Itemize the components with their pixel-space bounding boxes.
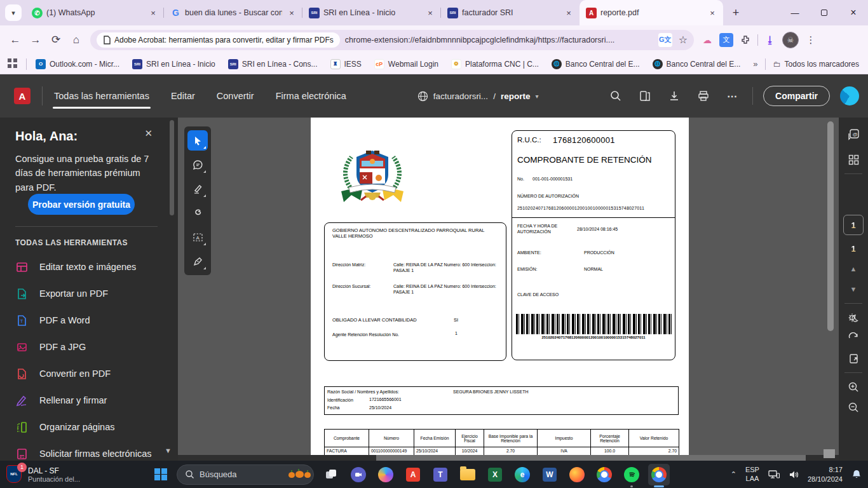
bookmark-outlook[interactable]: OOutlook.com - Micr... [36, 59, 119, 69]
tool-organizar-paginas[interactable]: Organizar páginas [15, 414, 163, 440]
edge-app-button[interactable]: e [512, 464, 533, 485]
excel-app-button[interactable]: X [484, 464, 506, 485]
maximize-button[interactable] [810, 0, 839, 25]
breadcrumb-file[interactable]: reporte [501, 92, 531, 101]
panel-scroll-down-icon[interactable]: ▼ [165, 447, 172, 454]
more-options-icon[interactable]: ⋯ [723, 86, 742, 105]
highlight-tool-button[interactable] [187, 179, 208, 199]
start-button[interactable] [150, 464, 172, 485]
close-icon[interactable]: × [147, 7, 159, 18]
teams-app-button[interactable]: T [430, 464, 451, 485]
tool-editar-texto[interactable]: Editar texto e imágenes [15, 254, 163, 280]
previous-page-icon[interactable]: ▲ [843, 259, 864, 279]
back-button[interactable]: ← [5, 30, 25, 50]
weather-extension-icon[interactable]: ☁ [700, 33, 714, 47]
bookmark-webmail[interactable]: cPWebmail Login [374, 59, 438, 69]
reload-button[interactable]: ⟳ [46, 30, 66, 50]
word-app-button[interactable]: W [539, 464, 560, 485]
tab-whatsapp[interactable]: ✆ (1) WhatsApp × [25, 0, 164, 25]
bookmark-iess[interactable]: ♜IESS [330, 59, 362, 69]
taskbar-search[interactable]: Búsqueda [177, 464, 314, 485]
task-view-button[interactable] [320, 464, 342, 485]
bookmarks-overflow-icon[interactable]: » [753, 59, 757, 69]
zoom-out-icon[interactable] [843, 397, 864, 417]
draw-tool-button[interactable] [187, 203, 208, 223]
address-bar[interactable]: Adobe Acrobat: herramientas para convert… [90, 30, 694, 50]
tool-convertir-en-pdf[interactable]: Convertir en PDF [15, 360, 163, 387]
google-translate-icon[interactable]: 文 [719, 33, 733, 47]
chrome-active-window-button[interactable] [648, 464, 670, 485]
scrollbar-corner[interactable] [824, 449, 835, 458]
tab-search-button[interactable]: ▾ [5, 4, 22, 21]
file-explorer-button[interactable] [457, 464, 478, 485]
sign-tool-button[interactable] [187, 251, 208, 271]
comments-panel-icon[interactable]: @ [843, 124, 864, 144]
tool-pdf-a-word[interactable]: T PDF a Word [15, 307, 163, 334]
chrome-app-button[interactable] [593, 464, 615, 485]
copilot-button[interactable] [375, 464, 397, 485]
zoom-in-icon[interactable] [843, 377, 864, 397]
network-icon[interactable] [768, 470, 780, 480]
news-widget[interactable]: NFL1 DAL - SFPuntuación del... [6, 465, 121, 484]
bookmark-sri-consultas[interactable]: SRISRI en Línea - Cons... [228, 59, 318, 69]
tab-facturador-sri[interactable]: SRI facturador SRI × [441, 0, 580, 25]
chrome-menu-icon[interactable]: ⋮ [804, 33, 818, 47]
breadcrumb-site[interactable]: facturadorsri... [433, 92, 488, 101]
panel-scrollbar[interactable] [170, 120, 174, 215]
new-tab-button[interactable]: + [727, 4, 745, 22]
tab-sri-inicio[interactable]: SRI SRI en Línea - Inicio × [302, 0, 441, 25]
home-button[interactable]: ⌂ [66, 30, 86, 50]
menu-editar[interactable]: Editar [170, 77, 196, 115]
menu-todas-las-herramientas[interactable]: Todas las herramientas [53, 77, 151, 115]
document-scrollbar[interactable] [827, 121, 834, 331]
all-bookmarks-button[interactable]: 🗀Todos los marcadores [773, 60, 859, 69]
close-panel-icon[interactable]: ✕ [144, 128, 153, 139]
free-trial-button[interactable]: Probar versión gratuita [28, 194, 135, 215]
close-icon[interactable]: × [286, 7, 297, 18]
tab-google-search[interactable]: G buen dia lunes - Buscar con × [164, 0, 302, 25]
firefox-app-button[interactable] [566, 464, 588, 485]
next-page-icon[interactable]: ▼ [843, 279, 864, 299]
notification-bell-icon[interactable] [851, 469, 862, 480]
forward-button[interactable]: → [25, 30, 46, 50]
acrobat-logo-icon[interactable]: A [14, 88, 31, 104]
export-page-icon[interactable] [843, 348, 864, 369]
minimize-button[interactable]: — [780, 0, 810, 25]
theme-toggle-icon[interactable] [843, 308, 864, 328]
clock[interactable]: 8:1728/10/2024 [808, 465, 843, 484]
profile-avatar[interactable]: ☠ [782, 32, 799, 48]
translate-page-icon[interactable]: G文 [658, 33, 672, 47]
text-select-tool-button[interactable]: A [187, 227, 208, 247]
horizontal-scrollbar[interactable] [178, 455, 839, 461]
tool-rellenar-firmar[interactable]: Rellenar y firmar [15, 387, 163, 414]
menu-firma-electronica[interactable]: Firma electrónica [275, 77, 348, 115]
volume-icon[interactable] [789, 470, 799, 480]
close-icon[interactable]: × [707, 7, 718, 18]
bookmark-sri-inicio[interactable]: SRISRI en Línea - Inicio [132, 59, 215, 69]
pages-panel-icon[interactable] [635, 86, 654, 105]
bookmark-plataforma-cnc[interactable]: ❂Plataforma CNC | C... [451, 59, 539, 69]
close-icon[interactable]: × [424, 7, 436, 18]
apps-grid-icon[interactable] [8, 58, 17, 70]
downloads-icon[interactable]: ⭳ [763, 33, 777, 47]
tab-reporte-pdf[interactable]: A reporte.pdf × [580, 0, 723, 25]
tool-pdf-a-jpg[interactable]: PDF a JPG [15, 334, 163, 360]
close-icon[interactable]: × [563, 7, 574, 18]
menu-convertir[interactable]: Convertir [215, 77, 255, 115]
download-icon[interactable] [665, 86, 684, 105]
close-window-button[interactable]: × [839, 0, 868, 25]
acrobat-avatar[interactable] [840, 86, 859, 105]
extension-chip[interactable]: Adobe Acrobat: herramientas para convert… [97, 32, 340, 48]
tray-expand-icon[interactable]: ⌃ [731, 470, 736, 478]
share-button[interactable]: Compartir [763, 86, 830, 106]
extensions-puzzle-icon[interactable] [738, 33, 752, 47]
chevron-down-icon[interactable]: ▾ [535, 93, 538, 100]
current-page-box[interactable]: 1 [843, 215, 864, 235]
language-indicator[interactable]: ESPLAA [745, 466, 759, 484]
bookmark-banco-central-2[interactable]: 🌐Banco Central del E... [653, 59, 741, 69]
bookmark-star-icon[interactable]: ☆ [679, 34, 688, 46]
bookmark-banco-central-1[interactable]: 🌐Banco Central del E... [552, 59, 640, 69]
tool-exportar-pdf[interactable]: Exportar un PDF [15, 280, 163, 307]
chat-app-button[interactable] [348, 464, 369, 485]
search-icon[interactable] [606, 86, 625, 105]
